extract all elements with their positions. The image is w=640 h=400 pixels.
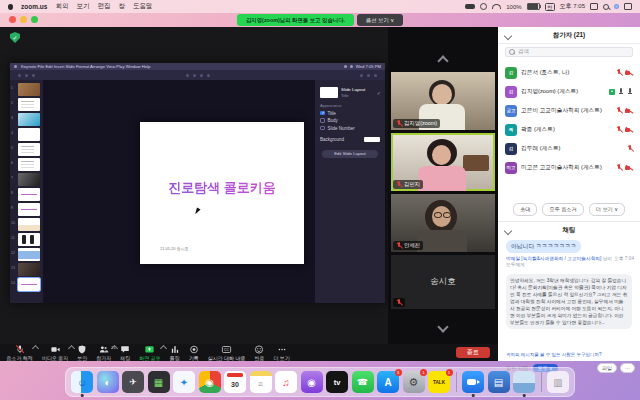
apple-tv-icon[interactable]: tv — [326, 371, 348, 393]
participant-row[interactable]: 미고 미고은 고교미술사학회 (게스트) — [498, 158, 640, 177]
display-icon[interactable] — [590, 3, 598, 10]
background-row[interactable]: Background — [320, 137, 380, 142]
participant-row[interactable]: 곽 곽종 (게스트) — [498, 120, 640, 139]
menu-meeting[interactable]: 회의 — [55, 2, 68, 11]
reactions-button[interactable]: 반응 — [250, 344, 269, 361]
slide-thumbnail[interactable]: 6 — [18, 158, 40, 171]
background-swatch[interactable] — [364, 137, 380, 142]
more-options-button[interactable]: 더 보기 ∨ — [589, 203, 625, 216]
slide-thumbnail[interactable]: 10 — [18, 218, 40, 231]
preview-image-icon[interactable] — [513, 371, 535, 393]
system-preferences-icon[interactable]: 1 — [403, 371, 425, 393]
live-transcript-button[interactable]: CC 실시간 대화 내용 — [203, 344, 250, 361]
slide-thumbnail[interactable]: 13 — [18, 263, 40, 276]
camera-off-icon[interactable] — [625, 70, 633, 76]
video-tile-2-active-speaker[interactable]: 김민지 — [391, 133, 495, 191]
mic-off-icon[interactable] — [627, 145, 633, 152]
checkbox-icon[interactable] — [320, 126, 325, 131]
participant-row[interactable]: 김 김은서 (호스트, 나) — [498, 63, 640, 82]
chat-sender-name[interactable]: 박혜일 [녹차힐&사과영화회 / 고교미술사학회] — [506, 256, 601, 261]
slide-thumbnail-selected[interactable]: 14 — [18, 278, 40, 291]
scroll-up-chevron-icon[interactable] — [437, 55, 448, 66]
mic-off-icon[interactable] — [616, 107, 622, 114]
slide-thumbnail[interactable]: 12 — [18, 248, 40, 261]
edit-slide-layout-button[interactable]: Edit Slide Layout — [322, 150, 378, 158]
facetime-icon[interactable] — [352, 371, 374, 393]
participant-row[interactable]: 김 김지영(zoom) (게스트) — [498, 82, 640, 101]
option-title[interactable]: Title — [320, 111, 380, 116]
siri-icon[interactable] — [97, 371, 119, 393]
mute-all-button[interactable]: 모두 음소거 — [542, 203, 583, 216]
input-source-badge[interactable]: 한 — [545, 3, 555, 11]
slide-thumbnail[interactable]: 11 — [18, 233, 40, 246]
invite-button[interactable]: 초대 — [513, 203, 537, 216]
mission-control-icon[interactable] — [148, 371, 170, 393]
mic-off-icon[interactable] — [616, 126, 622, 133]
spotlight-icon[interactable] — [603, 4, 609, 10]
checkbox-icon[interactable] — [320, 118, 325, 123]
mic-off-icon[interactable] — [616, 164, 622, 171]
notes-icon[interactable] — [250, 371, 272, 393]
slide-thumbnail[interactable]: 9 — [18, 203, 40, 216]
unmute-button[interactable]: 음소거 해제 — [2, 344, 37, 361]
slide-thumbnail[interactable]: 4 — [18, 128, 40, 141]
close-window-button[interactable] — [9, 16, 16, 23]
calendar-icon[interactable]: 30 — [224, 371, 246, 393]
slide-thumbnail[interactable]: 8 — [18, 188, 40, 201]
slide-thumbnail[interactable]: 2 — [18, 98, 40, 111]
option-slide-number[interactable]: Slide Number — [320, 126, 380, 131]
chat-more-button[interactable]: ⋯ — [620, 363, 635, 373]
books-app-icon[interactable] — [488, 371, 510, 393]
view-options-button[interactable]: 옵션 보기 ∨ — [357, 14, 403, 26]
finder-icon[interactable] — [71, 371, 93, 393]
participant-row[interactable]: 공고 고은비 고교미술사학회 (게스트) — [498, 101, 640, 120]
slide-thumbnail[interactable]: 7 — [18, 173, 40, 186]
chat-privacy-note[interactable]: 귀하의 메시지를 볼 수 있는 사람은 누구입니까? — [506, 352, 636, 357]
menu-help[interactable]: 도움말 — [133, 2, 153, 11]
share-screen-button[interactable]: 화면 공유 — [135, 344, 165, 361]
end-meeting-button[interactable]: 종료 — [456, 347, 490, 358]
control-center-icon[interactable] — [624, 3, 632, 10]
camera-off-icon[interactable] — [625, 108, 633, 114]
minimize-window-button[interactable] — [20, 16, 27, 23]
camera-off-icon[interactable] — [625, 127, 633, 133]
mic-icon[interactable] — [618, 88, 624, 95]
trash-icon[interactable] — [547, 371, 569, 393]
siri-icon[interactable] — [614, 4, 619, 9]
camera-off-icon[interactable] — [625, 165, 633, 171]
video-tile-3[interactable]: 안세진 — [391, 194, 495, 252]
more-button[interactable]: 더 보기 — [269, 344, 294, 361]
app-store-icon[interactable]: 3 — [377, 371, 399, 393]
chrome-icon[interactable] — [199, 371, 221, 393]
record-button[interactable]: 기록 — [184, 344, 203, 361]
menu-edit[interactable]: 편집 — [97, 2, 110, 11]
slide-thumbnail[interactable]: 1 — [18, 83, 40, 96]
video-tile-1[interactable]: 김지영(zoom) — [391, 72, 495, 130]
safari-icon[interactable] — [173, 371, 195, 393]
participants-search-input[interactable]: 검색 — [505, 47, 633, 57]
slide-layout-card[interactable]: Slide Layout Title ✓ — [320, 87, 381, 98]
slide-thumbnail[interactable]: 3 — [18, 113, 40, 126]
apple-menu-icon[interactable] — [8, 4, 13, 10]
stop-video-button[interactable]: 비디오 중지 — [37, 344, 72, 361]
podcasts-icon[interactable] — [301, 371, 323, 393]
app-menu[interactable]: zoom.us — [21, 3, 47, 10]
menubar-clock[interactable]: 오후 7:05 — [560, 2, 585, 11]
participant-row[interactable]: 김 김두레 (게스트) — [498, 139, 640, 158]
camera-icon[interactable] — [627, 88, 633, 95]
polls-button[interactable]: 폴링 — [165, 344, 184, 361]
zoom-app-icon[interactable] — [462, 371, 484, 393]
chat-button[interactable]: 채팅 — [116, 344, 135, 361]
participants-button[interactable]: 참가자 21 — [92, 344, 116, 361]
slide-thumbnail[interactable]: 5 — [18, 143, 40, 156]
checkbox-checked-icon[interactable] — [320, 111, 325, 116]
meeting-info-shield-icon[interactable]: ✓ — [10, 32, 20, 43]
menu-view[interactable]: 보기 — [76, 2, 89, 11]
zoom-window-button[interactable] — [31, 16, 38, 23]
kakaotalk-icon[interactable]: TALK1 — [428, 371, 450, 393]
clock-icon[interactable] — [480, 3, 487, 10]
mic-off-icon[interactable] — [616, 69, 622, 76]
wifi-icon[interactable] — [492, 4, 501, 9]
video-tile-4-camera-off[interactable]: 송시호 — [391, 255, 495, 309]
file-button[interactable]: 파일 — [597, 363, 617, 373]
